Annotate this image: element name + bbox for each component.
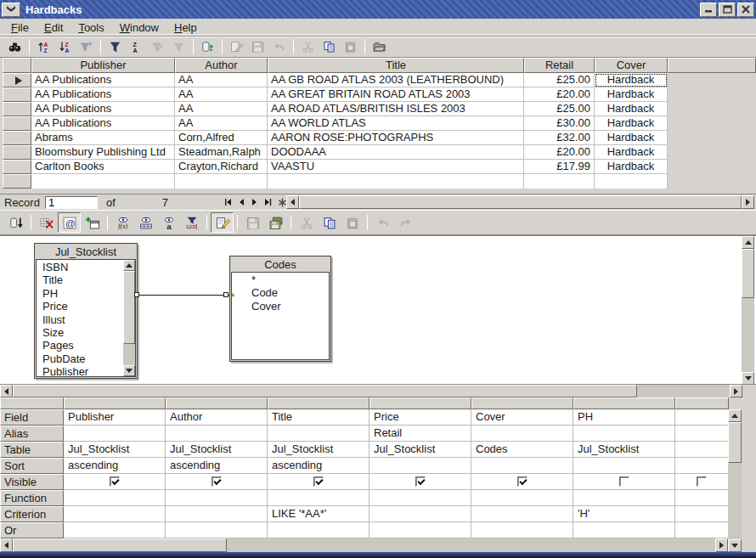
column-header-cover[interactable]: Cover [595,58,668,73]
row-header[interactable] [3,87,31,102]
titlebar[interactable]: Hardbacks [0,0,756,19]
sort-descending-button[interactable]: ZA [54,37,76,56]
visible-checkbox[interactable] [415,476,426,487]
first-record-button[interactable] [221,196,234,209]
column-header-retail[interactable]: Retail [524,58,595,73]
grid-column-header[interactable] [573,397,675,409]
scroll-up-button[interactable] [742,236,754,249]
table-box-codes[interactable]: Codes *CodeCover [229,256,331,362]
grid-cell-sort[interactable]: ascending [166,458,268,474]
join-handle-right[interactable] [223,292,228,297]
refresh-button[interactable] [197,37,218,56]
row-header[interactable] [3,174,31,189]
scroll-left-button[interactable] [0,385,13,397]
design-horizontal-scrollbar[interactable] [0,384,756,397]
scrollbar-track[interactable] [637,385,730,397]
column-header-publisher[interactable]: Publisher [31,58,175,73]
copy-button[interactable] [319,37,340,56]
close-button[interactable] [737,3,754,17]
visible-checkbox[interactable] [110,476,120,487]
cell-publisher[interactable]: Abrams [31,131,175,145]
grid-cell-criterion[interactable] [166,506,268,522]
table-name-button[interactable] [134,212,157,233]
distinct-values-button[interactable]: 123! [180,212,203,233]
query-design-area[interactable]: Jul_Stocklist ISBNTitlePHPriceIllustSize… [0,235,756,384]
row-header[interactable] [3,131,31,145]
grid-cell-or[interactable] [268,522,370,538]
cell-cover[interactable]: Hardback [595,87,668,102]
grid-column-header[interactable] [166,397,268,409]
cell-retail[interactable]: £20.00 [524,87,595,102]
grid-cell-visible[interactable] [64,474,166,490]
scrollbar-thumb[interactable] [123,271,135,344]
table-box-title[interactable]: Jul_Stocklist [36,245,136,259]
grid-cell-sort[interactable]: ascending [268,458,370,474]
last-record-button[interactable] [262,196,275,209]
grid-vertical-scrollbar[interactable] [728,409,742,552]
menu-file[interactable]: File [3,20,37,36]
scrollbar-track[interactable] [742,298,754,372]
grid-cell-sort[interactable] [573,458,675,474]
grid-column-header[interactable] [471,397,573,409]
window-menu-button[interactable] [2,3,20,17]
column-header-title[interactable]: Title [268,58,524,73]
grid-cell-alias[interactable] [471,426,573,442]
autofilter-button[interactable] [76,37,97,56]
cell-publisher[interactable]: Bloomsbury Publishing Ltd [31,145,175,160]
table-row[interactable]: AA PublicationsAAAA WORLD ATLAS£30.00Har… [3,116,756,131]
grid-cell-or[interactable] [370,522,471,538]
grid-cell-table[interactable] [675,442,729,458]
grid-cell-alias[interactable] [268,426,370,442]
cell-retail[interactable]: £17.99 [524,160,595,174]
scrollbar-track[interactable] [728,463,742,539]
cell-title[interactable]: AA ROAD ATLAS/BRITISH ISLES 2003 [268,102,524,116]
join-line[interactable] [138,295,229,296]
table-row[interactable]: AA PublicationsAAAA GB ROAD ATLAS 2003 (… [3,73,756,87]
minimize-button[interactable] [700,3,717,17]
grid-cell-or[interactable] [573,522,675,538]
table-row[interactable]: AA PublicationsAAAA ROAD ATLAS/BRITISH I… [3,102,756,116]
scroll-down-button[interactable] [123,365,135,376]
grid-cell-function[interactable] [573,490,675,506]
grid-column-header[interactable] [268,397,370,409]
grid-cell-table[interactable]: Jul_Stocklist [573,442,675,458]
field-item-title[interactable]: Title [42,273,135,286]
cell-author[interactable]: Corn,Alfred [175,131,268,145]
cell-cover[interactable]: Hardback [595,160,668,174]
add-table-button[interactable] [81,212,104,233]
scroll-down-button[interactable] [728,539,742,552]
next-record-button[interactable] [248,196,262,209]
row-header[interactable] [3,73,31,87]
grid-cell-field[interactable] [675,409,729,426]
cell-author[interactable]: AA [175,116,268,131]
design-vertical-scrollbar[interactable] [742,236,754,384]
field-item-publisher[interactable]: Publisher [42,365,135,377]
visible-checkbox[interactable] [697,476,707,487]
field-item-code[interactable]: Code [238,286,329,299]
grid-cell-visible[interactable] [675,474,729,490]
save-as-button[interactable] [264,212,287,233]
grid-cell-table[interactable]: Jul_Stocklist [370,442,471,458]
scrollbar-thumb[interactable] [742,249,754,298]
grid-column-header[interactable] [370,397,471,409]
scrollbar-thumb[interactable] [728,422,742,463]
edit-button[interactable] [211,212,234,233]
grid-cell-visible[interactable] [370,474,471,490]
sort-order-button[interactable]: ZA [126,37,147,56]
grid-cell-alias[interactable] [675,426,729,442]
grid-cell-sort[interactable] [471,458,573,474]
grid-cell-sort[interactable] [370,458,471,474]
scrollbar-track[interactable] [227,538,715,552]
scroll-right-button[interactable] [742,195,754,209]
scroll-right-button[interactable] [730,385,742,397]
grid-cell-or[interactable] [675,522,729,538]
grid-cell-field[interactable]: Publisher [64,409,166,426]
record-scrollbar[interactable] [286,195,754,209]
cell-author[interactable]: Crayton,Richard [175,160,268,174]
scroll-left-button[interactable] [286,195,299,209]
table-corner[interactable] [3,58,31,73]
row-header[interactable] [3,116,31,131]
cell-publisher[interactable]: AA Publications [31,87,175,102]
field-item-isbn[interactable]: ISBN [42,261,135,273]
copy-button[interactable] [318,212,341,233]
